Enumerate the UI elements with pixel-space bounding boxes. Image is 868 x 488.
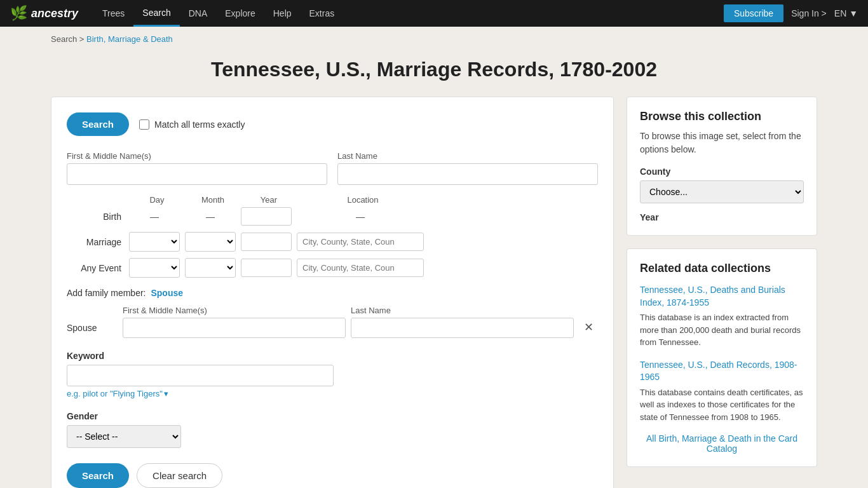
breadcrumb-prefix: Search >: [51, 34, 86, 44]
search-button-top[interactable]: Search: [67, 112, 129, 136]
add-family-section: Add family member: Spouse Spouse First &…: [67, 288, 598, 338]
birth-month-dash: —: [185, 212, 236, 222]
spouse-last-name-group: Last Name: [351, 306, 574, 338]
county-label: County: [640, 166, 804, 177]
last-name-group: Last Name: [337, 151, 598, 185]
first-name-input[interactable]: [67, 163, 327, 185]
spouse-last-name-label: Last Name: [351, 306, 574, 315]
marriage-year-input[interactable]: [241, 233, 292, 251]
clear-search-button[interactable]: Clear search: [137, 463, 222, 488]
subscribe-button[interactable]: Subscribe: [724, 4, 783, 22]
marriage-row: Marriage: [67, 232, 598, 252]
browse-description: To browse this image set, select from th…: [640, 130, 804, 156]
first-name-label: First & Middle Name(s): [67, 151, 327, 161]
header-empty: [69, 195, 126, 205]
last-name-input[interactable]: [337, 163, 598, 185]
day-header: Day: [132, 195, 182, 205]
date-grid-header: Day Month Year Location: [67, 195, 598, 205]
nav-explore[interactable]: Explore: [216, 0, 264, 27]
marriage-location-input[interactable]: [297, 233, 424, 251]
language-selector[interactable]: EN ▼: [834, 8, 858, 18]
logo-text: ancestry: [31, 7, 78, 20]
search-panel: Search Match all terms exactly First & M…: [51, 97, 614, 488]
birth-year-input[interactable]: [241, 207, 292, 226]
add-family-prefix: Add family member:: [67, 288, 146, 298]
any-event-row: Any Event: [67, 258, 598, 278]
related-link-2[interactable]: Tennessee, U.S., Death Records, 1908-196…: [640, 359, 804, 384]
birth-label: Birth: [67, 212, 124, 222]
match-all-checkbox[interactable]: [139, 119, 149, 130]
keyword-label: Keyword: [67, 351, 598, 361]
birth-day-dash: —: [129, 212, 180, 222]
county-select[interactable]: Choose...: [640, 180, 804, 203]
page-title: Tennessee, U.S., Marriage Records, 1780-…: [0, 58, 868, 81]
spouse-last-name-input[interactable]: [351, 318, 574, 338]
name-fields-row: First & Middle Name(s) Last Name: [67, 151, 598, 185]
marriage-label: Marriage: [67, 237, 124, 247]
nav-links: Trees Search DNA Explore Help Extras: [93, 0, 724, 27]
any-event-label: Any Event: [67, 263, 124, 273]
birth-row: Birth — — —: [67, 207, 598, 226]
spouse-first-name-group: First & Middle Name(s): [123, 306, 346, 338]
right-panel: Browse this collection To browse this im…: [627, 97, 817, 488]
page-title-section: Tennessee, U.S., Marriage Records, 1780-…: [0, 51, 868, 97]
nav-help[interactable]: Help: [264, 0, 301, 27]
location-header: Location: [299, 195, 426, 205]
main-layout: Search Match all terms exactly First & M…: [0, 97, 868, 488]
year-header: Year: [243, 195, 294, 205]
any-event-year-input[interactable]: [241, 259, 292, 277]
add-family-header: Add family member: Spouse: [67, 288, 598, 298]
ancestry-leaf-icon: 🌿: [10, 5, 27, 22]
birth-location-dash: —: [297, 212, 424, 222]
year-label: Year: [640, 212, 804, 222]
bottom-buttons: Search Clear search: [67, 463, 598, 488]
gender-section: Gender -- Select -- Male Female: [67, 411, 598, 448]
any-event-month-select[interactable]: [185, 258, 236, 278]
any-event-day-select[interactable]: [129, 258, 180, 278]
keyword-section: Keyword e.g. pilot or "Flying Tigers" ▾: [67, 351, 598, 398]
nav-right: Subscribe Sign In > EN ▼: [724, 4, 858, 22]
spouse-link[interactable]: Spouse: [151, 288, 183, 298]
related-title: Related data collections: [640, 262, 804, 275]
all-records-link[interactable]: All Birth, Marriage & Death in the Card …: [640, 433, 804, 454]
nav-search[interactable]: Search: [133, 0, 179, 27]
sign-in-link[interactable]: Sign In >: [791, 8, 827, 18]
nav-dna[interactable]: DNA: [180, 0, 217, 27]
last-name-label: Last Name: [337, 151, 598, 161]
gender-select[interactable]: -- Select -- Male Female: [67, 425, 181, 448]
main-nav: 🌿 ancestry Trees Search DNA Explore Help…: [0, 0, 868, 27]
logo[interactable]: 🌿 ancestry: [10, 5, 78, 22]
spouse-row-label: Spouse: [67, 323, 118, 338]
remove-spouse-button[interactable]: ✕: [579, 320, 598, 338]
breadcrumb: Search > Birth, Marriage & Death: [0, 27, 868, 51]
related-item-1: Tennessee, U.S., Deaths and Burials Inde…: [640, 284, 804, 349]
spouse-first-name-input[interactable]: [123, 318, 346, 338]
related-item-2: Tennessee, U.S., Death Records, 1908-196…: [640, 359, 804, 424]
nav-trees[interactable]: Trees: [93, 0, 133, 27]
match-all-label[interactable]: Match all terms exactly: [139, 119, 245, 130]
gender-label: Gender: [67, 411, 598, 421]
related-desc-2: This database contains death certificate…: [640, 386, 804, 424]
any-event-location-input[interactable]: [297, 259, 424, 277]
search-top: Search Match all terms exactly: [67, 112, 598, 136]
keyword-hint[interactable]: e.g. pilot or "Flying Tigers" ▾: [67, 389, 598, 398]
browse-title: Browse this collection: [640, 110, 804, 123]
marriage-month-select[interactable]: [185, 232, 236, 252]
match-all-text: Match all terms exactly: [154, 119, 245, 130]
breadcrumb-link[interactable]: Birth, Marriage & Death: [86, 34, 173, 44]
month-header: Month: [187, 195, 238, 205]
related-box: Related data collections Tennessee, U.S.…: [627, 248, 817, 467]
related-desc-1: This database is an index extracted from…: [640, 311, 804, 349]
date-grid: Day Month Year Location Birth — — — Marr…: [67, 195, 598, 278]
spouse-first-name-label: First & Middle Name(s): [123, 306, 346, 315]
search-button-bottom[interactable]: Search: [67, 463, 129, 488]
related-link-1[interactable]: Tennessee, U.S., Deaths and Burials Inde…: [640, 284, 804, 309]
chevron-down-icon: ▾: [164, 389, 168, 398]
first-name-group: First & Middle Name(s): [67, 151, 327, 185]
spouse-row: Spouse First & Middle Name(s) Last Name …: [67, 306, 598, 338]
nav-extras[interactable]: Extras: [301, 0, 344, 27]
keyword-input[interactable]: [67, 365, 334, 386]
browse-box: Browse this collection To browse this im…: [627, 97, 817, 236]
marriage-day-select[interactable]: [129, 232, 180, 252]
